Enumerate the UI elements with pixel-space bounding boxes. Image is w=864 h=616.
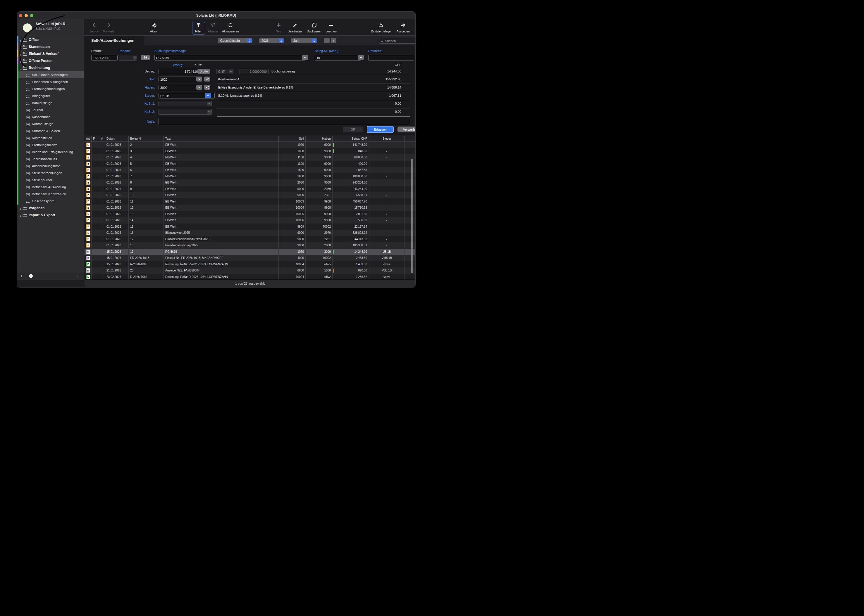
- sidebar-item-jahresabschluss[interactable]: Jahresabschluss: [17, 156, 84, 162]
- soll-label[interactable]: Soll:: [134, 77, 155, 81]
- sidebar-item-eröffnungsbilanz[interactable]: Eröffnungsbilanz: [17, 141, 84, 148]
- info-button[interactable]: i: [26, 272, 36, 280]
- sidebar-item-steueranmeldungen[interactable]: Steueranmeldungen: [17, 170, 84, 176]
- column-header-f[interactable]: F: [91, 136, 98, 141]
- table-row[interactable]: E01.01.202612EB-Wert10004990815'790.68-: [85, 204, 415, 211]
- table-row[interactable]: K15.01.2026ER-2026-1013Einkauf Nr.: ER-2…: [85, 255, 415, 261]
- sidebar-item-buchhaltung[interactable]: Buchhaltung: [17, 64, 84, 71]
- column-header-steuer[interactable]: Steuer: [369, 136, 405, 141]
- notiz-label[interactable]: Notiz:: [134, 120, 155, 123]
- steuer-dropdown-button[interactable]: [205, 93, 211, 98]
- table-row[interactable]: E01.01.20265EB-Wert13009000400.00-: [85, 161, 415, 167]
- sum-button[interactable]: Σ: [17, 272, 26, 280]
- toolbar-löschen-button[interactable]: Löschen: [318, 19, 344, 35]
- sidebar-item-kostenstellen[interactable]: Kostenstellen: [17, 134, 84, 141]
- sidebar-resize-handle[interactable]: |||: [77, 274, 81, 278]
- prev-period-button[interactable]: ‹: [324, 38, 330, 43]
- search-field[interactable]: Suchen: [379, 38, 416, 44]
- haben-dropdown-button[interactable]: [196, 85, 202, 90]
- waehrung-select[interactable]: CHF: [216, 69, 233, 74]
- brutto-toggle-button[interactable]: Brutto: [197, 69, 210, 74]
- column-header-art[interactable]: Art: [85, 136, 91, 141]
- sidebar-item-vorgaben[interactable]: Vorgaben: [17, 204, 84, 212]
- belegnr-label[interactable]: Beleg-Nr. (Man.):: [315, 49, 339, 53]
- table-row[interactable]: E01.01.20262EB-Wert10209000141'748.90-: [85, 142, 415, 148]
- sidebar-item-betriebsw-kennzahlen[interactable]: Betriebsw. Kennzahlen: [17, 190, 84, 198]
- table-row[interactable]: D23.02.2026R-2026-1064Rechnung, ReNr: R-…: [85, 274, 415, 280]
- sidebar-item-journal[interactable]: Journal: [17, 106, 84, 113]
- referenz-label[interactable]: Referenz:: [368, 49, 382, 53]
- toolbar-aktion-button[interactable]: ▾Aktion: [141, 19, 167, 35]
- waehrung-label[interactable]: Währg:: [173, 63, 183, 67]
- sidebar-item-abschreibungsliste[interactable]: Abschreibungsliste: [17, 162, 84, 170]
- company-avatar[interactable]: [22, 23, 32, 33]
- table-row[interactable]: E01.01.202615EB-Wert99097000222'157.64-: [85, 223, 415, 230]
- haben-label[interactable]: Haben:: [134, 86, 155, 89]
- table-row[interactable]: E01.01.20263EB-Wert10509000840.00-: [85, 148, 415, 155]
- table-row[interactable]: E01.01.202613EB-Wert1000599082'001.60-: [85, 211, 415, 217]
- sidebar-item-geschäftsjahre[interactable]: Geschäftsjahre: [17, 198, 84, 204]
- haben-account-tree-button[interactable]: [204, 85, 210, 90]
- table-row[interactable]: E01.01.202614EB-Wert100069908556.00-: [85, 217, 415, 223]
- table-row[interactable]: E01.01.202610EB-Wert900023014'588.61-: [85, 192, 415, 198]
- disclosure-right-icon[interactable]: [19, 207, 21, 212]
- table-row[interactable]: E01.01.20267EB-Wert16009000109'800.00-: [85, 173, 415, 180]
- sidebar-item-stammdaten[interactable]: Stammdaten: [17, 43, 84, 50]
- kost1-select[interactable]: [159, 101, 212, 106]
- periode-select[interactable]: [119, 55, 137, 60]
- column-header-soll[interactable]: Soll: [279, 136, 306, 141]
- sidebar-item-import-export[interactable]: Import & Export: [17, 212, 84, 218]
- sidebar-item-einkauf-verkauf[interactable]: Einkauf & Verkauf: [17, 50, 84, 57]
- disclosure-right-icon[interactable]: [19, 38, 21, 44]
- kurs-input[interactable]: 1.00000000: [240, 69, 268, 74]
- table-row[interactable]: E01.01.20266EB-Wert152090001'887.55-: [85, 167, 415, 173]
- column-header-attachment[interactable]: [98, 136, 105, 141]
- table-row[interactable]: M15.01.202619RG 56791020300014'244.00U8.…: [85, 249, 415, 255]
- haben-input[interactable]: 3000: [159, 85, 198, 90]
- belegnr-dropdown-button[interactable]: [358, 55, 364, 60]
- sidebar-item-summen-salden[interactable]: Summen & Salden: [17, 127, 84, 134]
- table-row[interactable]: E01.01.20268EB-Wert20309000243'234.00-: [85, 179, 415, 186]
- datum-input[interactable]: 15.01.2026: [91, 55, 118, 60]
- buchungstext-input[interactable]: RG 5679: [155, 55, 305, 60]
- column-header-datum[interactable]: Datum: [105, 136, 129, 141]
- sidebar-item-anlagegüter[interactable]: Anlagegüter: [17, 92, 84, 99]
- disclosure-right-icon[interactable]: [19, 59, 21, 64]
- referenz-input[interactable]: [368, 55, 414, 60]
- vertical-scrollbar[interactable]: [411, 159, 413, 273]
- column-header-haben[interactable]: Haben: [306, 136, 333, 141]
- disclosure-right-icon[interactable]: [19, 214, 21, 219]
- sidebar-item-steuerjournal[interactable]: Steuerjournal: [17, 176, 84, 184]
- soll-account-tree-button[interactable]: [204, 77, 210, 82]
- betrag-input[interactable]: 14'244.00: [159, 69, 200, 74]
- sidebar-item-eröffnungsbuchungen[interactable]: Eröffnungsbuchungen: [17, 85, 84, 92]
- period-select-0[interactable]: Geschäftsjahr: [218, 38, 252, 43]
- erfassen-button[interactable]: Erfassen: [367, 126, 394, 133]
- period-select-1[interactable]: 2026: [259, 38, 284, 43]
- op-button[interactable]: OP: [343, 127, 363, 132]
- disclosure-down-icon[interactable]: [19, 66, 22, 72]
- periode-label[interactable]: Periode:: [119, 49, 131, 53]
- buchungstext-label[interactable]: Buchungstext/Vorlage:: [155, 49, 187, 53]
- table-row[interactable]: M21.01.202620Anzeige NZZ, FA 48590046600…: [85, 267, 415, 274]
- soll-dropdown-button[interactable]: [196, 77, 202, 82]
- sidebar-item-bilanz-und-erfolgsrechnung[interactable]: Bilanz und Erfolgsrechnung: [17, 148, 84, 156]
- soll-input[interactable]: 1020: [159, 77, 198, 82]
- sidebar-item-einnahmen-ausgaben[interactable]: Einnahmen & Ausgaben: [17, 78, 84, 85]
- sidebar-item-kontoauszüge[interactable]: Kontoauszüge: [17, 120, 84, 127]
- kost2-select[interactable]: [159, 109, 212, 115]
- toolbar-ausgeben-button[interactable]: ▾Ausgeben: [390, 19, 416, 35]
- table-row[interactable]: E01.01.202611EB-Wert100039908455'067.70-: [85, 198, 415, 205]
- column-header-betrag[interactable]: Betrag CHF: [333, 136, 369, 141]
- toolbar-vorwärts-button[interactable]: Vorwärts: [96, 19, 122, 35]
- verwerfen-button[interactable]: Verwerfen: [397, 127, 416, 132]
- sidebar-item-soll-haben-buchungen[interactable]: Soll-/Haben-Buchungen: [17, 71, 84, 78]
- next-period-button[interactable]: ›: [331, 38, 336, 43]
- notiz-input[interactable]: [159, 118, 410, 125]
- toolbar-aktualisieren-button[interactable]: Aktualisieren: [217, 19, 244, 35]
- sidebar-item-betriebsw-auswertung[interactable]: Betriebsw. Auswertung: [17, 184, 84, 190]
- kost2-label[interactable]: KoSt 2:: [134, 110, 155, 113]
- disclosure-right-icon[interactable]: [19, 45, 21, 50]
- table-row[interactable]: E01.01.20264EB-Wert1100900060'000.00-: [85, 154, 415, 161]
- steuer-label[interactable]: Steuer:: [134, 94, 155, 97]
